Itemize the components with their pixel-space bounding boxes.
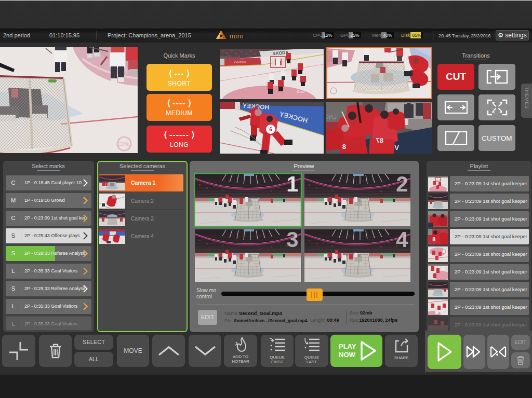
svg-text:Gool: Gool	[297, 90, 304, 93]
svg-text:Danfoss: Danfoss	[234, 60, 246, 64]
svg-text:6: 6	[269, 127, 272, 132]
svg-text:8: 8	[342, 143, 346, 150]
svg-text:4: 4	[396, 227, 408, 252]
svg-text:2: 2	[396, 173, 408, 196]
svg-text:ENGE: ENGE	[326, 114, 337, 120]
svg-text:CHL: CHL	[117, 140, 131, 148]
svg-text:87: 87	[376, 136, 383, 144]
svg-text:3: 3	[286, 227, 298, 252]
svg-text:8: 8	[432, 237, 435, 242]
svg-text:1: 1	[286, 173, 298, 196]
